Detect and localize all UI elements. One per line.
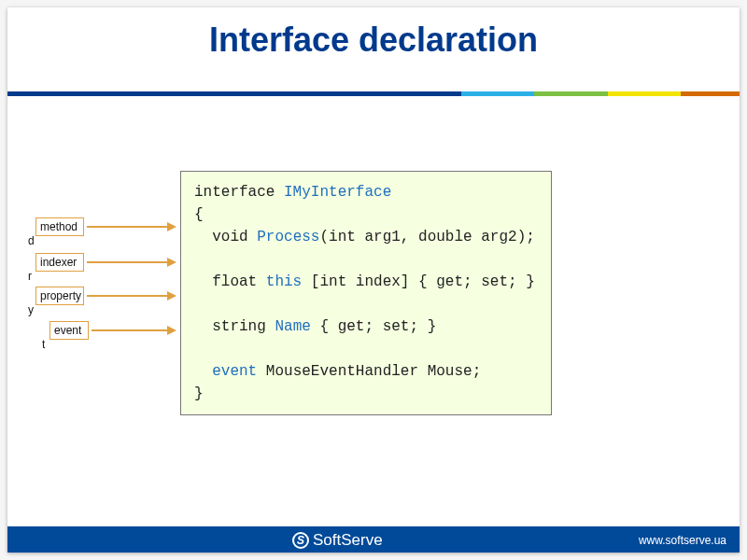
code-block: interface IMyInterface { void Process(in… [180,171,552,415]
code-l1-kw: interface [194,184,284,201]
code-l7a: string [194,318,275,335]
label-property: property [35,287,84,305]
label-method-overflow: d [28,234,35,247]
code-l5-this: this [266,273,302,290]
arrow-property [87,295,169,297]
logo-icon: S [292,532,309,549]
divider-stripe [7,91,740,96]
code-l9c: MouseEventHandler Mouse; [257,363,481,380]
label-indexer-overflow: r [28,270,32,283]
label-event: event [49,321,89,340]
code-l7-name: Name [275,318,310,335]
arrow-indexer [87,261,169,263]
code-l9-event: event [212,363,257,380]
label-indexer: indexer [35,253,84,272]
label-event-overflow: t [42,338,45,351]
code-l3c: (int arg1, double arg2); [319,229,534,245]
footer-logo: S SoftServe [292,531,383,550]
slide-title: Interface declaration [7,7,740,60]
code-l2: { [194,206,204,223]
footer-brand: SoftServe [313,531,383,550]
code-l5a: float [194,273,266,290]
footer-url: www.softserve.ua [639,534,726,547]
code-l3a: void [194,229,257,245]
code-l10: } [194,385,204,402]
label-method: method [35,217,84,236]
code-l1-type: IMyInterface [284,184,391,201]
code-l5c: [int index] { get; set; } [302,273,535,290]
code-l7c: { get; set; } [311,318,436,335]
arrow-method [87,226,169,228]
arrow-event [92,329,169,331]
slide: Interface declaration method d indexer r… [7,7,740,553]
code-l9a [194,363,212,380]
label-property-overflow: y [28,303,34,316]
code-l3-name: Process [257,229,319,245]
